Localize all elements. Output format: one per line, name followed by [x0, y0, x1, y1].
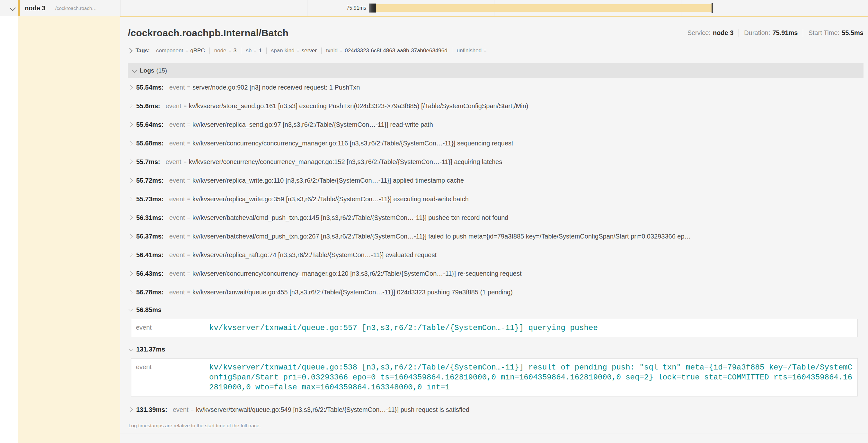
equals-sign: = [187, 215, 190, 220]
chevron-down-icon [128, 347, 133, 351]
log-field-key: event [169, 121, 185, 128]
tags-label: Tags: [135, 47, 150, 54]
tag-key: component [156, 47, 183, 54]
log-timestamp: 56.43ms: [136, 270, 164, 277]
log-field-value: kv/kvserver/replica_send.go:97 [n3,s3,r6… [192, 121, 433, 128]
equals-sign: = [191, 407, 194, 412]
log-entry[interactable]: 55.54ms:event=server/node.go:902 [n3] no… [128, 78, 864, 97]
log-entry[interactable]: 56.41ms:event=kv/kvserver/replica_raft.g… [128, 246, 864, 264]
tag: txnid=024d3323-6c8f-4863-aa8b-37ab0e6349… [321, 47, 452, 54]
log-timestamp: 56.41ms: [136, 251, 164, 259]
log-entry[interactable]: 55.72ms:event=kv/kvserver/replica_write.… [128, 171, 864, 190]
span-row: node 3 /cockroach.roach… 75.91ms [0, 0, 868, 16]
overview-value: 55.5ms [842, 29, 864, 37]
tag-key: unfinished [457, 47, 482, 54]
log-field-value: kv/kvserver/concurrency/concurrency_mana… [192, 140, 513, 147]
tags-list: component=gRPCnode=3sb=1span.kind=server… [152, 47, 493, 54]
log-field-key: event [169, 270, 185, 277]
log-field-row: eventkv/kvserver/txnwait/queue.go:557 [n… [136, 323, 858, 333]
overview-divider [739, 29, 739, 37]
log-entry[interactable]: 56.31ms:event=kv/kvserver/batcheval/cmd_… [128, 208, 864, 227]
span-color-bar [18, 0, 20, 16]
overview-value: node 3 [713, 29, 734, 37]
logs-footer: Log timestamps are relative to the start… [128, 423, 864, 429]
log-entry-expanded[interactable]: 131.37ms [128, 341, 864, 357]
log-field-value: kv/kvserver/txnwait/queue.go:557 [n3,s3,… [209, 323, 603, 333]
tree-gutter-line [9, 0, 9, 443]
equals-sign: = [183, 103, 186, 109]
log-entry[interactable]: 55.73ms:event=kv/kvserver/replica_write.… [128, 190, 864, 208]
logs-header[interactable]: Logs (15) [128, 63, 864, 78]
equals-sign: = [187, 271, 190, 276]
log-field-key: event [136, 363, 209, 392]
equals-sign: = [297, 48, 300, 53]
chevron-right-icon [128, 104, 133, 108]
log-field-key: event [166, 102, 182, 110]
span-indent-column [18, 16, 120, 443]
overview-label: Duration: [744, 29, 770, 37]
chevron-right-icon [128, 178, 133, 183]
span-name-cell[interactable]: node 3 /cockroach.roach… [0, 0, 120, 16]
log-entry[interactable]: 55.7ms:event=kv/kvserver/concurrency/con… [128, 152, 864, 171]
log-entry-expanded[interactable]: 56.85ms [128, 301, 864, 318]
chevron-right-icon [128, 234, 133, 239]
logs-title: Logs [140, 67, 154, 74]
log-field-value: kv/kvserver/batcheval/cmd_push_txn.go:26… [192, 233, 691, 240]
log-entry[interactable]: 131.39ms:event=kv/kvserver/txnwait/queue… [128, 400, 864, 419]
chevron-down-icon [10, 5, 16, 11]
span-detail-panel: /cockroach.roachpb.Internal/Batch Servic… [120, 16, 868, 443]
chevron-right-icon [128, 407, 133, 412]
chevron-right-icon [128, 271, 133, 276]
log-timestamp: 55.73ms: [136, 196, 164, 203]
log-entry[interactable]: 55.6ms:event=kv/kvserver/store_send.go:1… [128, 97, 864, 115]
log-field-value: kv/kvserver/txnwait/queue.go:549 [n3,s3,… [196, 406, 469, 413]
log-field-key: event [169, 214, 185, 222]
log-field-key: event [169, 177, 185, 184]
log-markers [369, 3, 376, 12]
log-entry[interactable]: 56.37ms:event=kv/kvserver/batcheval/cmd_… [128, 227, 864, 246]
equals-sign: = [187, 140, 190, 146]
log-field-value: kv/kvserver/concurrency/concurrency_mana… [189, 158, 502, 166]
chevron-right-icon [128, 253, 133, 257]
log-entry[interactable]: 56.43ms:event=kv/kvserver/concurrency/co… [128, 264, 864, 283]
tag: node=3 [210, 47, 241, 54]
log-entry[interactable]: 56.78ms:event=kv/kvserver/txnwait/queue.… [128, 283, 864, 301]
tag-key: txnid [326, 47, 338, 54]
tags-row[interactable]: Tags: component=gRPCnode=3sb=1span.kind=… [128, 45, 864, 56]
log-field-row: eventkv/kvserver/txnwait/queue.go:538 [n… [136, 363, 858, 392]
log-marker-tick [370, 3, 371, 12]
log-fields-table: eventkv/kvserver/txnwait/queue.go:538 [n… [131, 358, 858, 397]
tag: span.kind=server [266, 47, 321, 54]
log-marker-tick [375, 3, 376, 12]
log-timestamp: 56.78ms: [136, 288, 164, 296]
equals-sign: = [340, 48, 342, 53]
equals-sign: = [187, 177, 190, 183]
log-marker-tick [369, 3, 370, 12]
log-field-value: kv/kvserver/batcheval/cmd_push_txn.go:14… [192, 214, 508, 222]
log-timestamp: 56.37ms: [136, 233, 164, 240]
timeline-gridline [120, 0, 121, 16]
log-entry[interactable]: 55.68ms:event=kv/kvserver/concurrency/co… [128, 134, 864, 152]
tag-value: 024d3323-6c8f-4863-aa8b-37ab0e63496d [345, 47, 447, 54]
tag-key: sb [246, 47, 251, 54]
chevron-right-icon [127, 48, 133, 54]
equals-sign: = [254, 48, 256, 53]
equals-sign: = [185, 48, 188, 53]
log-entry[interactable]: 55.64ms:event=kv/kvserver/replica_send.g… [128, 115, 864, 134]
chevron-down-icon [132, 67, 137, 73]
chevron-right-icon [128, 85, 133, 90]
detail-title-row: /cockroach.roachpb.Internal/Batch Servic… [128, 27, 864, 39]
log-field-value: kv/kvserver/concurrency/concurrency_mana… [192, 270, 522, 277]
chevron-right-icon [128, 197, 133, 201]
log-marker-tick [374, 3, 375, 12]
log-timestamp: 56.31ms: [136, 214, 164, 222]
chevron-right-icon [128, 290, 133, 294]
chevron-right-icon [128, 141, 133, 145]
log-timestamp: 56.85ms [136, 306, 162, 314]
chevron-right-icon [128, 215, 133, 220]
span-overview: Service:node 3Duration:75.91msStart Time… [687, 29, 864, 37]
chevron-right-icon [128, 160, 133, 164]
span-bar[interactable] [376, 4, 713, 12]
span-end-marker [712, 3, 713, 13]
tag-value: 1 [258, 47, 261, 54]
